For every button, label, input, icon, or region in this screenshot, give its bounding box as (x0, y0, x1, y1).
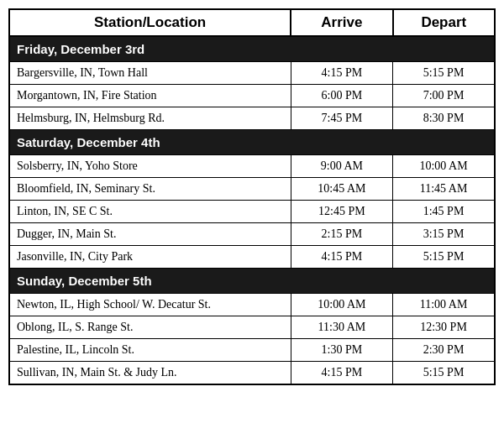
schedule-table: Station/Location Arrive Depart Friday, D… (8, 8, 496, 385)
cell-arrive: 4:15 PM (291, 246, 392, 269)
day-row: Saturday, December 4th (9, 130, 495, 155)
cell-arrive: 4:15 PM (291, 362, 392, 385)
cell-arrive: 6:00 PM (291, 85, 392, 107)
cell-depart: 11:00 AM (393, 294, 495, 316)
cell-station: Morgantown, IN, Fire Station (9, 85, 291, 107)
header-arrive: Arrive (291, 9, 392, 36)
table-row: Bloomfield, IN, Seminary St.10:45 AM11:4… (9, 178, 495, 201)
cell-depart: 5:15 PM (393, 362, 495, 385)
cell-arrive: 10:00 AM (291, 294, 392, 316)
cell-station: Linton, IN, SE C St. (9, 201, 291, 223)
cell-arrive: 11:30 AM (291, 316, 392, 339)
table-row: Jasonville, IN, City Park4:15 PM5:15 PM (9, 246, 495, 269)
cell-station: Newton, IL, High School/ W. Decatur St. (9, 294, 291, 316)
cell-arrive: 12:45 PM (291, 201, 392, 223)
day-row: Sunday, December 5th (9, 269, 495, 294)
table-row: Palestine, IL, Lincoln St.1:30 PM2:30 PM (9, 339, 495, 362)
cell-station: Solsberry, IN, Yoho Store (9, 155, 291, 178)
cell-arrive: 10:45 AM (291, 178, 392, 201)
table-row: Oblong, IL, S. Range St.11:30 AM12:30 PM (9, 316, 495, 339)
cell-depart: 8:30 PM (393, 107, 495, 130)
table-row: Linton, IN, SE C St.12:45 PM1:45 PM (9, 201, 495, 223)
cell-arrive: 1:30 PM (291, 339, 392, 362)
cell-station: Sullivan, IN, Main St. & Judy Ln. (9, 362, 291, 385)
cell-station: Oblong, IL, S. Range St. (9, 316, 291, 339)
table-row: Solsberry, IN, Yoho Store9:00 AM10:00 AM (9, 155, 495, 178)
cell-depart: 11:45 AM (393, 178, 495, 201)
cell-depart: 1:45 PM (393, 201, 495, 223)
day-label: Sunday, December 5th (9, 269, 495, 294)
table-header-row: Station/Location Arrive Depart (9, 9, 495, 36)
cell-depart: 7:00 PM (393, 85, 495, 107)
day-row: Friday, December 3rd (9, 36, 495, 62)
cell-depart: 12:30 PM (393, 316, 495, 339)
day-label: Saturday, December 4th (9, 130, 495, 155)
cell-arrive: 9:00 AM (291, 155, 392, 178)
table-row: Bargersville, IN, Town Hall4:15 PM5:15 P… (9, 62, 495, 85)
cell-arrive: 4:15 PM (291, 62, 392, 85)
header-station: Station/Location (9, 9, 291, 36)
cell-station: Bloomfield, IN, Seminary St. (9, 178, 291, 201)
cell-arrive: 7:45 PM (291, 107, 392, 130)
cell-depart: 5:15 PM (393, 246, 495, 269)
table-row: Newton, IL, High School/ W. Decatur St.1… (9, 294, 495, 316)
cell-station: Bargersville, IN, Town Hall (9, 62, 291, 85)
day-label: Friday, December 3rd (9, 36, 495, 62)
cell-depart: 5:15 PM (393, 62, 495, 85)
cell-depart: 2:30 PM (393, 339, 495, 362)
cell-station: Palestine, IL, Lincoln St. (9, 339, 291, 362)
cell-arrive: 2:15 PM (291, 223, 392, 246)
header-depart: Depart (393, 9, 495, 36)
cell-station: Jasonville, IN, City Park (9, 246, 291, 269)
cell-depart: 10:00 AM (393, 155, 495, 178)
cell-station: Helmsburg, IN, Helmsburg Rd. (9, 107, 291, 130)
table-row: Sullivan, IN, Main St. & Judy Ln.4:15 PM… (9, 362, 495, 385)
table-row: Dugger, IN, Main St.2:15 PM3:15 PM (9, 223, 495, 246)
table-row: Helmsburg, IN, Helmsburg Rd.7:45 PM8:30 … (9, 107, 495, 130)
cell-depart: 3:15 PM (393, 223, 495, 246)
table-row: Morgantown, IN, Fire Station6:00 PM7:00 … (9, 85, 495, 107)
cell-station: Dugger, IN, Main St. (9, 223, 291, 246)
